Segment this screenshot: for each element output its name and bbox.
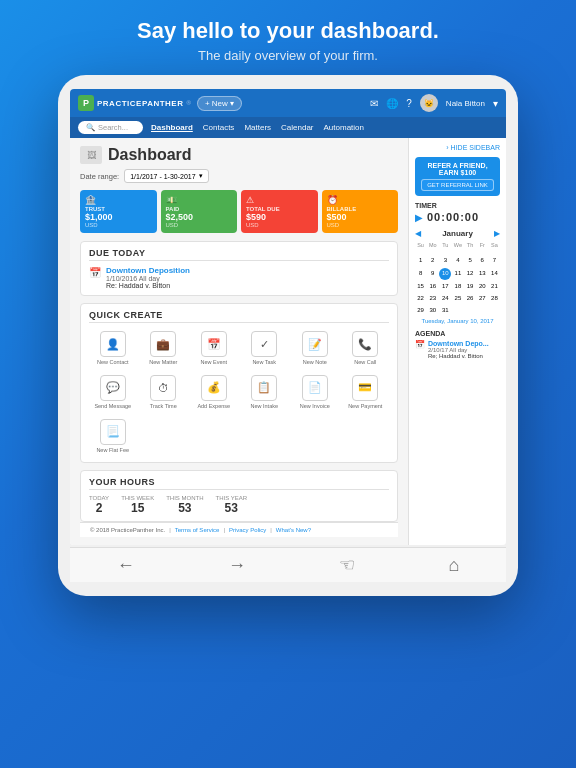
gesture-button[interactable]: ☜	[339, 554, 355, 576]
stat-trust[interactable]: 🏦 TRUST $1,000 USD	[80, 190, 157, 233]
calendar-day[interactable]: 26	[465, 293, 476, 304]
hours-section: YOUR HOURS TODAY 2 THIS WEEK 15 THIS MON…	[80, 470, 398, 522]
qc-label: New Intake	[250, 403, 278, 410]
calendar-day[interactable]: 23	[427, 293, 438, 304]
date-range-select[interactable]: 1/1/2017 - 1-30-2017 ▾	[124, 169, 208, 183]
calendar-day-header: Th	[465, 241, 476, 249]
calendar-day[interactable]: 17	[439, 281, 451, 292]
calendar-day[interactable]: 12	[465, 268, 476, 280]
due-item-ref: Re: Haddad v. Bitton	[106, 282, 190, 289]
home-button[interactable]: ⌂	[448, 555, 459, 576]
logo-icon: P	[78, 95, 94, 111]
calendar-day[interactable]: 7	[489, 255, 500, 266]
user-name[interactable]: Nala Bitton	[446, 99, 485, 108]
calendar-day[interactable]: 31	[439, 305, 451, 316]
logo-text: PRACTICEPANTHER	[97, 99, 183, 108]
stat-due[interactable]: ⚠ TOTAL DUE $590 USD	[241, 190, 318, 233]
calendar-day[interactable]: 15	[415, 281, 426, 292]
calendar-day	[465, 250, 476, 254]
calendar-day[interactable]: 11	[452, 268, 463, 280]
timer-play-button[interactable]: ▶	[415, 212, 423, 223]
calendar-day[interactable]: 30	[427, 305, 438, 316]
calendar-day[interactable]: 4	[452, 255, 463, 266]
quick-create-item[interactable]: 📄 New Invoice	[291, 372, 339, 413]
quick-create-item[interactable]: ✓ New Task	[241, 328, 289, 369]
calendar-day[interactable]: 28	[489, 293, 500, 304]
nav-link-contacts[interactable]: Contacts	[203, 123, 235, 132]
calendar-day[interactable]: 29	[415, 305, 426, 316]
calendar-day[interactable]: 18	[452, 281, 463, 292]
stat-billable[interactable]: ⏰ BILLABLE $500 USD	[322, 190, 399, 233]
quick-create-item[interactable]: 📋 New Intake	[241, 372, 289, 413]
whats-new-link[interactable]: What's New?	[276, 527, 311, 533]
calendar-day[interactable]: 2	[427, 255, 438, 266]
cal-prev-button[interactable]: ◀	[415, 229, 421, 238]
hours-item: TODAY 2	[89, 495, 109, 515]
calendar-day[interactable]: 20	[477, 281, 488, 292]
quick-create-item[interactable]: 💼 New Matter	[140, 328, 188, 369]
quick-create-item[interactable]: 👤 New Contact	[89, 328, 137, 369]
agenda-item-title[interactable]: Downtown Depo...	[428, 340, 489, 347]
calendar-day[interactable]: 22	[415, 293, 426, 304]
quick-create-item[interactable]: 📅 New Event	[190, 328, 238, 369]
nav-link-matters[interactable]: Matters	[244, 123, 271, 132]
copyright: © 2018 PracticePanther Inc.	[90, 527, 165, 533]
qc-label: New Note	[303, 359, 327, 366]
privacy-link[interactable]: Privacy Policy	[229, 527, 266, 533]
avatar: 🐱	[420, 94, 438, 112]
qc-icon: 💬	[100, 375, 126, 401]
nav-link-dashboard[interactable]: Dashboard	[151, 123, 193, 132]
search-field[interactable]: 🔍 Search...	[78, 121, 143, 134]
calendar-day[interactable]: 27	[477, 293, 488, 304]
cal-next-button[interactable]: ▶	[494, 229, 500, 238]
date-range: Date range: 1/1/2017 - 1-30-2017 ▾	[80, 169, 398, 183]
calendar-day[interactable]: 13	[477, 268, 488, 280]
quick-create-item[interactable]: 💬 Send Message	[89, 372, 137, 413]
quick-create-item[interactable]: 📞 New Call	[342, 328, 390, 369]
nav-link-automation[interactable]: Automation	[324, 123, 364, 132]
qc-label: New Task	[252, 359, 276, 366]
mail-icon[interactable]: ✉	[370, 98, 378, 109]
calendar-day[interactable]: 16	[427, 281, 438, 292]
calendar-day[interactable]: 19	[465, 281, 476, 292]
agenda-section: AGENDA 📅 Downtown Depo... 2/10/17 All da…	[415, 330, 500, 359]
globe-icon[interactable]: 🌐	[386, 98, 398, 109]
qc-icon: 📝	[302, 331, 328, 357]
new-button[interactable]: + New ▾	[197, 96, 242, 111]
quick-create-item[interactable]: 📝 New Note	[291, 328, 339, 369]
quick-create-header: QUICK CREATE	[89, 310, 389, 323]
qc-label: New Invoice	[300, 403, 330, 410]
paid-icon: 💵	[166, 195, 233, 205]
calendar-day[interactable]: 14	[489, 268, 500, 280]
calendar-day[interactable]: 21	[489, 281, 500, 292]
stat-paid[interactable]: 💵 PAID $2,500 USD	[161, 190, 238, 233]
back-button[interactable]: ←	[117, 555, 135, 576]
calendar-day-header: Fr	[477, 241, 488, 249]
calendar-day[interactable]: 3	[439, 255, 451, 266]
quick-create-item[interactable]: ⏱ Track Time	[140, 372, 188, 413]
qc-icon: 📄	[302, 375, 328, 401]
calendar-day[interactable]: 8	[415, 268, 426, 280]
quick-create-item[interactable]: 💰 Add Expense	[190, 372, 238, 413]
forward-button[interactable]: →	[228, 555, 246, 576]
nav-link-calendar[interactable]: Calendar	[281, 123, 313, 132]
quick-create-item[interactable]: 📃 New Flat Fee	[89, 416, 137, 457]
calendar-day[interactable]: 25	[452, 293, 463, 304]
calendar-day[interactable]: 9	[427, 268, 438, 280]
due-item-title[interactable]: Downtown Deposition	[106, 266, 190, 275]
calendar-day-header: Tu	[439, 241, 451, 249]
terms-link[interactable]: Terms of Service	[175, 527, 220, 533]
hide-sidebar-button[interactable]: › HIDE SIDEBAR	[415, 144, 500, 151]
screen-footer: © 2018 PracticePanther Inc. | Terms of S…	[80, 522, 398, 537]
quick-create-item[interactable]: 💳 New Payment	[342, 372, 390, 413]
help-icon[interactable]: ?	[406, 98, 412, 109]
calendar-day[interactable]: 1	[415, 255, 426, 266]
calendar-day[interactable]: 24	[439, 293, 451, 304]
calendar-day[interactable]: 5	[465, 255, 476, 266]
calendar-day[interactable]: 6	[477, 255, 488, 266]
user-dropdown-icon[interactable]: ▾	[493, 98, 498, 109]
bottom-nav: ← → ☜ ⌂	[70, 547, 506, 582]
calendar-day[interactable]: 10	[439, 268, 451, 280]
refer-button[interactable]: GET REFERRAL LINK	[421, 179, 494, 191]
nav-left: P PRACTICEPANTHER ® + New ▾	[78, 95, 242, 111]
